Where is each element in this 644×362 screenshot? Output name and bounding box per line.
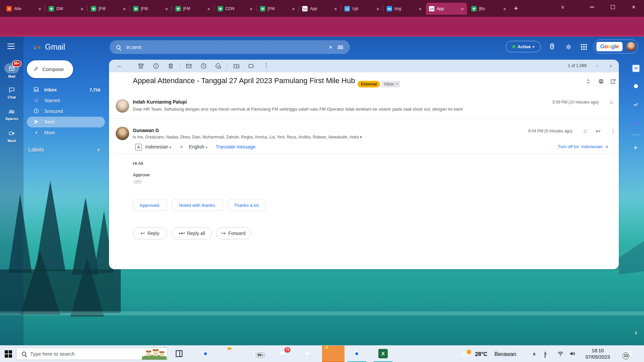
browser-tab-sheet-con[interactable]: CON ×: [215, 3, 256, 15]
smart-reply-approved[interactable]: Approved.: [133, 199, 167, 211]
tab-close-icon[interactable]: ×: [80, 6, 84, 11]
network-icon[interactable]: [557, 351, 564, 356]
tab-search-chevron[interactable]: ∨: [561, 4, 565, 10]
message1-snippet[interactable]: Dear HR Team, Sehubung dengan eror nya m…: [133, 107, 463, 112]
hide-side-panel-chevron[interactable]: ›: [635, 328, 637, 337]
reply-button[interactable]: ↩Reply: [133, 227, 167, 239]
message2-sender[interactable]: Gunawan G: [133, 128, 159, 133]
smart-reply-thanks[interactable]: Thanks a lot.: [228, 199, 266, 211]
rail-item-meet[interactable]: Meet: [0, 139, 23, 143]
browser-tab-uploader[interactable]: U Upl ×: [341, 3, 382, 15]
translate-source-select[interactable]: Indonesian ▾: [145, 144, 171, 149]
battery-icon[interactable]: [545, 352, 545, 358]
reply-icon[interactable]: ↩: [596, 128, 600, 135]
volume-icon[interactable]: [570, 351, 576, 356]
search-filter-icon[interactable]: [338, 45, 343, 49]
tab-close-icon[interactable]: ×: [123, 6, 126, 11]
mark-unread-icon[interactable]: [185, 63, 192, 69]
message1-sender[interactable]: Indah Kurnianing Palupi: [133, 99, 187, 105]
weather-condition-area[interactable]: Berawan: [494, 346, 516, 362]
translate-message-link[interactable]: Translate message: [216, 144, 256, 149]
older-thread-button[interactable]: ›: [610, 62, 612, 69]
show-details-caret[interactable]: ▾: [360, 135, 362, 139]
message-more-icon[interactable]: ⋮: [610, 128, 616, 135]
start-button[interactable]: [5, 350, 12, 358]
newer-thread-button[interactable]: ‹: [596, 62, 598, 69]
expand-all-icon[interactable]: [585, 78, 591, 86]
taskbar-clock[interactable]: 18:10 07/05/2023: [579, 346, 616, 362]
reply-all-button[interactable]: ↩↩Reply all: [172, 227, 212, 239]
browser-tab-gmail-1[interactable]: App ×: [299, 3, 340, 15]
snooze-icon[interactable]: [200, 63, 207, 69]
spaces-icon[interactable]: [8, 108, 16, 115]
browser-tab-sheet-fm2[interactable]: [FM ×: [130, 3, 171, 15]
add-to-tasks-icon[interactable]: [215, 63, 222, 69]
move-to-icon[interactable]: [233, 63, 240, 69]
browser-tab-sheet-bo[interactable]: [Bo ×: [468, 3, 509, 15]
sidebar-item-inbox[interactable]: Inbox 7,758: [27, 84, 105, 95]
forward-button[interactable]: ↪Forward: [216, 227, 251, 239]
tab-close-icon[interactable]: ×: [419, 6, 422, 11]
chat-icon[interactable]: [8, 86, 15, 93]
star-message1-icon[interactable]: ☆: [609, 99, 614, 106]
sender-avatar-gunawan[interactable]: [116, 127, 129, 140]
sidebar-item-snoozed[interactable]: Snoozed: [27, 106, 105, 117]
delete-trash-icon[interactable]: [167, 63, 174, 69]
tab-close-icon[interactable]: ×: [503, 6, 506, 11]
tab-close-icon[interactable]: ×: [334, 6, 337, 11]
browser-tab-sheet-dw[interactable]: DW ×: [46, 3, 87, 15]
open-in-new-icon[interactable]: [610, 78, 616, 86]
taskbar-search-box[interactable]: Type here to search: [16, 348, 168, 360]
archive-icon[interactable]: [138, 63, 144, 69]
sidebar-item-more[interactable]: ∨ More: [27, 127, 105, 138]
chat-status-selector[interactable]: Active ▾: [506, 41, 541, 52]
create-label-button[interactable]: +: [97, 147, 100, 154]
settings-gear-icon[interactable]: [565, 43, 572, 51]
google-apps-grid-icon[interactable]: [581, 44, 587, 50]
excel-icon[interactable]: X: [378, 349, 388, 358]
tab-close-icon[interactable]: ×: [376, 6, 379, 11]
rail-item-chat[interactable]: Chat: [0, 95, 23, 99]
tab-close-icon[interactable]: ×: [461, 6, 464, 11]
turn-off-translation-link[interactable]: Turn off for: Indonesian: [558, 144, 603, 149]
tab-close-icon[interactable]: ×: [292, 6, 295, 11]
google-account-area[interactable]: Google: [594, 40, 638, 54]
browser-tab-imgbb[interactable]: ibb Img ×: [384, 3, 425, 15]
sidebar-item-sent[interactable]: Sent: [27, 117, 105, 127]
print-icon[interactable]: [598, 78, 604, 86]
browser-tab-sheet-fm1[interactable]: [FM ×: [88, 3, 129, 15]
tab-close-icon[interactable]: ×: [207, 6, 210, 11]
rail-item-mail[interactable]: Mail: [0, 74, 23, 78]
search-clear-icon[interactable]: ×: [329, 44, 332, 51]
smart-reply-noted[interactable]: Noted with thanks.: [172, 199, 223, 211]
weather-icon[interactable]: [460, 350, 472, 358]
sender-avatar-indah[interactable]: [116, 99, 129, 113]
search-value[interactable]: in:sent: [126, 44, 141, 50]
hidden-icons-chevron[interactable]: ∧: [533, 351, 536, 356]
hamburger-menu-icon[interactable]: [7, 44, 15, 49]
new-tab-button[interactable]: +: [514, 4, 518, 13]
back-to-list-button[interactable]: ←: [116, 62, 123, 70]
account-avatar[interactable]: [626, 42, 636, 51]
dismiss-translate-icon[interactable]: ×: [605, 144, 608, 149]
calendar-app-icon[interactable]: 31: [632, 64, 640, 72]
meet-icon[interactable]: [8, 130, 15, 137]
compose-button[interactable]: ✎ Compose: [27, 60, 73, 78]
task-view-icon[interactable]: [176, 350, 182, 357]
search-icon[interactable]: [116, 45, 120, 49]
translate-target-select[interactable]: English ▾: [189, 144, 207, 149]
inbox-label-chip[interactable]: Inbox×: [382, 81, 400, 87]
help-button[interactable]: ?: [550, 43, 554, 50]
tab-close-icon[interactable]: ×: [250, 6, 253, 11]
window-minimize-button[interactable]: [582, 0, 602, 14]
browser-tab-gmail-active[interactable]: App ×: [426, 3, 467, 15]
window-maximize-button[interactable]: [602, 0, 623, 14]
tab-close-icon[interactable]: ×: [38, 6, 41, 11]
window-close-button[interactable]: ×: [623, 0, 644, 14]
browser-tab-sheet-fm3[interactable]: [FM ×: [172, 3, 213, 15]
show-trimmed-content-button[interactable]: ⋯: [133, 180, 142, 184]
labels-tag-icon[interactable]: [248, 63, 255, 69]
get-addons-button[interactable]: +: [633, 143, 638, 152]
sidebar-item-starred[interactable]: ☆ Starred: [27, 95, 105, 106]
mail-search-input[interactable]: in:sent ×: [110, 40, 350, 54]
